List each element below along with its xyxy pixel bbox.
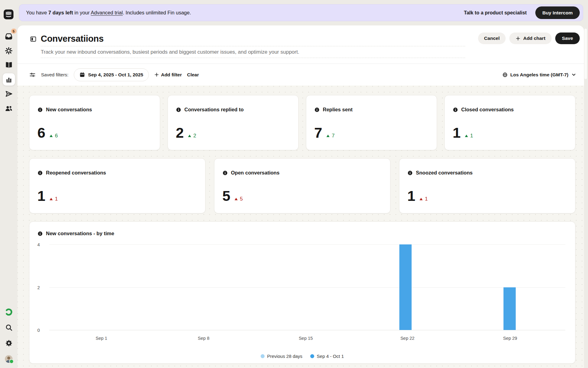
timezone-selector[interactable]: Los Angeles time (GMT-7)	[502, 72, 577, 78]
metric-value: 5	[222, 189, 230, 203]
trend-up-icon	[326, 135, 330, 137]
paper-plane-icon	[5, 90, 13, 98]
gear-icon	[5, 339, 13, 347]
sidebar-item-reports[interactable]	[3, 73, 15, 86]
buy-intercom-button[interactable]: Buy Intercom	[535, 6, 580, 19]
add-chart-label: Add chart	[523, 36, 545, 41]
x-tick-label: Sep 1	[96, 336, 107, 341]
report-canvas: New conversations 6 6 Conversations repl…	[17, 86, 584, 368]
talk-to-specialist-link[interactable]: Talk to a product specialist	[464, 10, 527, 16]
metric-card-new-conversations[interactable]: New conversations 6 6	[29, 95, 160, 150]
info-icon	[176, 107, 181, 113]
intercom-logo[interactable]	[3, 9, 14, 20]
globe-icon	[502, 72, 508, 78]
legend-label: Previous 28 days	[267, 354, 302, 359]
sidebar-item-settings[interactable]	[3, 337, 15, 349]
page-subtitle[interactable]: Track your new inbound conversations, bu…	[41, 46, 465, 58]
saved-filters-label: Saved filters:	[41, 72, 69, 78]
metric-label: Snoozed conversations	[416, 170, 473, 176]
metric-row-1: New conversations 6 6 Conversations repl…	[29, 95, 575, 150]
trend-up-icon	[188, 135, 191, 137]
x-tick-label: Sep 29	[503, 336, 517, 341]
metric-delta: 2	[193, 133, 196, 138]
sidebar-item-knowledge[interactable]	[3, 59, 15, 71]
sidebar-item-outbound[interactable]	[3, 88, 15, 100]
metric-card-conversations-replied-to[interactable]: Conversations replied to 2 2	[168, 95, 299, 150]
metric-value: 1	[37, 189, 45, 203]
sidebar-item-search[interactable]	[3, 321, 15, 334]
chart-title: New conversations - by time	[46, 231, 114, 236]
chart-legend: Previous 28 daysSep 4 - Oct 1	[29, 354, 575, 359]
metric-card-replies-sent[interactable]: Replies sent 7 7	[306, 95, 437, 150]
sidebar-item-account[interactable]	[3, 353, 15, 365]
trend-up-icon	[420, 198, 423, 200]
page-header: Conversatiions Track your new inbound co…	[17, 25, 584, 64]
bar-chart-icon	[5, 76, 13, 83]
info-icon	[222, 170, 228, 176]
metric-value: 6	[37, 125, 45, 140]
y-tick-label: 0	[37, 328, 40, 333]
metric-card-reopened-conversations[interactable]: Reopened conversations 1 1	[29, 158, 205, 213]
metric-label: Reopened conversations	[46, 170, 106, 176]
metric-delta: 1	[425, 196, 428, 201]
cancel-button[interactable]: Cancel	[478, 33, 506, 44]
legend-item[interactable]: Sep 4 - Oct 1	[310, 354, 344, 359]
save-button[interactable]: Save	[555, 33, 580, 44]
date-range-picker[interactable]: Sep 4, 2025 - Oct 1, 2025	[74, 68, 149, 81]
filter-bar: Saved filters: Sep 4, 2025 - Oct 1, 2025…	[17, 64, 584, 86]
metric-value: 7	[314, 125, 322, 140]
gridline	[49, 244, 565, 245]
metric-label: Replies sent	[323, 107, 352, 113]
scrollbar-thumb[interactable]	[584, 28, 587, 79]
inbox-icon	[5, 32, 13, 40]
x-tick-label: Sep 15	[299, 336, 313, 341]
metric-delta: 1	[55, 196, 58, 201]
advanced-trial-link[interactable]: Advanced trial	[91, 10, 123, 15]
chart-card-new-conversations-by-time[interactable]: New conversations - by time 024 Sep 1Sep…	[29, 221, 575, 364]
header-actions: Cancel Add chart Save	[478, 33, 580, 44]
fin-ai-icon	[5, 47, 13, 55]
clear-filters-button[interactable]: Clear	[187, 72, 199, 78]
sidebar-nav: 5	[0, 30, 17, 114]
date-range-value: Sep 4, 2025 - Oct 1, 2025	[88, 72, 143, 78]
chart-x-axis: Sep 1Sep 8Sep 15Sep 22Sep 29	[49, 336, 565, 342]
legend-item[interactable]: Previous 28 days	[261, 354, 302, 359]
legend-dot-icon	[310, 354, 314, 358]
add-filter-button[interactable]: Add filter	[154, 72, 182, 78]
metric-delta: 6	[55, 133, 58, 138]
trial-message-prefix: You have	[26, 10, 48, 15]
trend-up-icon	[50, 135, 53, 137]
metric-delta: 5	[240, 196, 243, 201]
chevron-down-icon	[571, 72, 577, 78]
page-title[interactable]: Conversatiions	[41, 33, 465, 46]
days-left: 7 days left	[48, 10, 73, 15]
metric-card-closed-conversations[interactable]: Closed conversations 1 1	[444, 95, 575, 150]
book-icon	[5, 61, 13, 69]
metric-value: 2	[176, 125, 183, 140]
gridline	[49, 330, 565, 330]
chart-bar-sep-29[interactable]	[503, 287, 516, 330]
sidebar-item-contacts[interactable]	[3, 102, 15, 114]
trial-banner: You have 7 days left in your Advanced tr…	[19, 4, 583, 21]
sidebar-item-inbox[interactable]: 5	[3, 30, 15, 42]
info-icon	[314, 107, 320, 113]
metric-delta: 7	[332, 133, 334, 138]
sidebar-item-fin-ai[interactable]	[3, 44, 15, 57]
panel-toggle-icon[interactable]	[30, 36, 37, 43]
metric-row-2: Reopened conversations 1 1 Open conversa…	[29, 158, 575, 213]
sidebar-bottom-nav	[0, 306, 17, 365]
status-arc-icon	[5, 308, 13, 316]
info-icon	[453, 107, 458, 113]
metric-card-open-conversations[interactable]: Open conversations 5 5	[214, 158, 390, 213]
y-tick-label: 2	[37, 285, 40, 290]
add-chart-button[interactable]: Add chart	[509, 33, 551, 44]
trial-message-suffix: . Includes unlimited Fin usage.	[123, 10, 191, 15]
trial-message: You have 7 days left in your Advanced tr…	[26, 10, 191, 16]
chart-bar-sep-22[interactable]	[399, 244, 412, 330]
timezone-value: Los Angeles time (GMT-7)	[510, 72, 568, 78]
sidebar-item-system-status[interactable]	[3, 306, 15, 318]
trial-message-mid: in your	[73, 10, 91, 15]
metric-value: 1	[453, 125, 460, 140]
metric-card-snoozed-conversations[interactable]: Snoozed conversations 1 1	[399, 158, 575, 213]
gridline	[49, 287, 565, 288]
